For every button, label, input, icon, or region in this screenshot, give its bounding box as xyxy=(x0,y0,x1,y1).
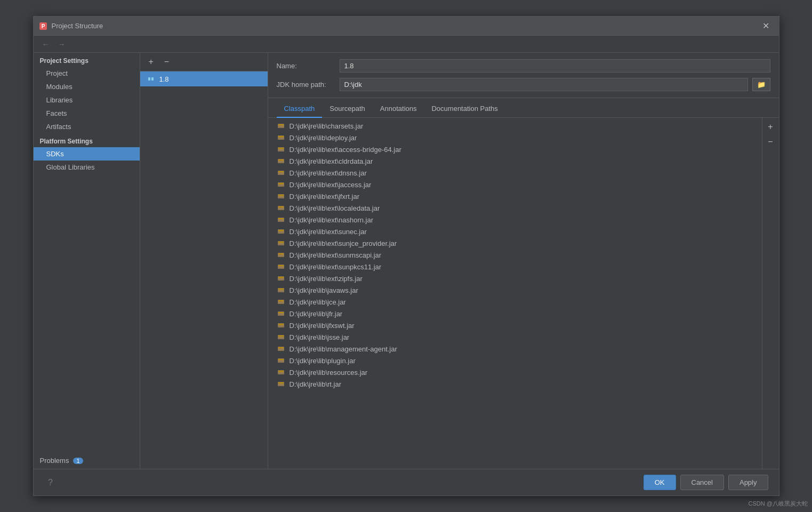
sdk-toolbar: + − xyxy=(140,53,268,71)
jar-icon xyxy=(277,192,285,201)
sdk-item-label: 1.8 xyxy=(159,75,169,83)
jar-icon xyxy=(277,333,285,341)
ok-button[interactable]: OK xyxy=(644,475,676,490)
classpath-list-item[interactable]: D:\jdk\jre\lib\jfr.jar xyxy=(268,308,762,319)
classpath-item-text: D:\jdk\jre\lib\jfxswt.jar xyxy=(290,322,355,330)
tab-documentation-paths[interactable]: Documentation Paths xyxy=(424,100,505,118)
classpath-list-item[interactable]: D:\jdk\jre\lib\ext\jfxrt.jar xyxy=(268,190,762,202)
classpath-list-item[interactable]: D:\jdk\jre\lib\ext\sunmscapi.jar xyxy=(268,249,762,261)
jar-icon xyxy=(277,251,285,259)
classpath-list-item[interactable]: D:\jdk\jre\lib\plugin.jar xyxy=(268,355,762,366)
svg-rect-4 xyxy=(151,77,154,81)
classpath-list-item[interactable]: D:\jdk\jre\lib\ext\sunpkcs11.jar xyxy=(268,261,762,273)
classpath-list-item[interactable]: D:\jdk\jre\lib\ext\sunjce_provider.jar xyxy=(268,237,762,249)
nav-bar: ← → xyxy=(34,36,779,53)
sidebar-item-libraries[interactable]: Libraries xyxy=(34,93,140,107)
sidebar-item-project[interactable]: Project xyxy=(34,67,140,80)
svg-rect-13 xyxy=(278,149,284,150)
detail-header: Name: JDK home path: 📁 xyxy=(268,53,779,98)
classpath-item-text: D:\jdk\jre\lib\javaws.jar xyxy=(290,286,358,294)
classpath-list-item[interactable]: D:\jdk\jre\lib\resources.jar xyxy=(268,366,762,378)
classpath-add-button[interactable]: + xyxy=(763,120,778,134)
classpath-item-text: D:\jdk\jre\lib\ext\cldrdata.jar xyxy=(290,157,373,165)
sidebar-item-global-libraries[interactable]: Global Libraries xyxy=(34,161,140,174)
sidebar-item-problems[interactable]: Problems 1 xyxy=(34,452,140,469)
classpath-content: D:\jdk\jre\lib\charsets.jar D:\jdk\jre\l… xyxy=(268,118,779,469)
footer-buttons: OK Cancel Apply xyxy=(644,475,768,490)
tab-annotations[interactable]: Annotations xyxy=(373,100,424,118)
classpath-list-item[interactable]: D:\jdk\jre\lib\ext\sunec.jar xyxy=(268,226,762,237)
jar-icon xyxy=(277,368,285,377)
sidebar-item-sdks[interactable]: SDKs xyxy=(34,147,140,161)
classpath-item-text: D:\jdk\jre\lib\plugin.jar xyxy=(290,357,356,365)
classpath-item-text: D:\jdk\jre\lib\ext\sunpkcs11.jar xyxy=(290,263,382,271)
classpath-list-item[interactable]: D:\jdk\jre\lib\charsets.jar xyxy=(268,120,762,132)
classpath-list-item[interactable]: D:\jdk\jre\lib\ext\localedata.jar xyxy=(268,202,762,214)
jar-icon xyxy=(277,239,285,247)
classpath-list-item[interactable]: D:\jdk\jre\lib\ext\jaccess.jar xyxy=(268,179,762,190)
name-row: Name: xyxy=(277,59,770,73)
svg-rect-10 xyxy=(278,138,284,138)
svg-rect-49 xyxy=(278,290,284,291)
folder-icon: 📁 xyxy=(757,81,766,89)
svg-rect-31 xyxy=(278,220,284,220)
name-input[interactable] xyxy=(340,59,770,73)
svg-rect-42 xyxy=(278,265,284,266)
jar-icon xyxy=(277,380,285,388)
classpath-item-text: D:\jdk\jre\lib\ext\access-bridge-64.jar xyxy=(290,146,401,154)
svg-rect-51 xyxy=(278,300,284,301)
forward-button[interactable]: → xyxy=(55,39,69,50)
jar-icon xyxy=(277,215,285,224)
classpath-list-item[interactable]: D:\jdk\jre\lib\jce.jar xyxy=(268,296,762,308)
classpath-item-text: D:\jdk\jre\lib\ext\sunjce_provider.jar xyxy=(290,239,397,247)
sidebar-item-facets[interactable]: Facets xyxy=(34,107,140,120)
svg-rect-30 xyxy=(278,218,284,219)
classpath-list-item[interactable]: D:\jdk\jre\lib\deploy.jar xyxy=(268,132,762,143)
problems-label: Problems xyxy=(40,457,69,465)
jar-icon xyxy=(277,227,285,236)
svg-rect-15 xyxy=(278,159,284,161)
sidebar-item-modules[interactable]: Modules xyxy=(34,80,140,93)
help-button[interactable]: ? xyxy=(44,478,57,487)
classpath-list-item[interactable]: D:\jdk\jre\lib\rt.jar xyxy=(268,378,762,390)
sdk-list-item[interactable]: 1.8 xyxy=(140,71,268,86)
svg-rect-48 xyxy=(278,289,284,290)
classpath-list-item[interactable]: D:\jdk\jre\lib\ext\nashorn.jar xyxy=(268,214,762,226)
jdk-path-input[interactable] xyxy=(340,78,748,91)
detail-panel: Name: JDK home path: 📁 Classpath xyxy=(268,53,779,469)
classpath-list-item[interactable]: D:\jdk\jre\lib\management-agent.jar xyxy=(268,343,762,355)
cancel-button[interactable]: Cancel xyxy=(680,475,724,490)
classpath-item-text: D:\jdk\jre\lib\resources.jar xyxy=(290,369,368,377)
sdk-add-button[interactable]: + xyxy=(144,56,158,68)
classpath-list-item[interactable]: D:\jdk\jre\lib\jsse.jar xyxy=(268,331,762,343)
svg-rect-28 xyxy=(278,208,284,209)
jar-icon xyxy=(277,204,285,212)
svg-rect-9 xyxy=(278,136,284,137)
back-button[interactable]: ← xyxy=(39,39,53,50)
browse-button[interactable]: 📁 xyxy=(752,78,770,91)
name-label: Name: xyxy=(277,62,335,70)
jar-icon xyxy=(277,274,285,283)
svg-rect-6 xyxy=(278,124,284,125)
jar-icon xyxy=(277,309,285,318)
classpath-list-item[interactable]: D:\jdk\jre\lib\javaws.jar xyxy=(268,284,762,296)
classpath-list[interactable]: D:\jdk\jre\lib\charsets.jar D:\jdk\jre\l… xyxy=(268,118,762,469)
classpath-list-item[interactable]: D:\jdk\jre\lib\ext\zipfs.jar xyxy=(268,273,762,284)
classpath-list-item[interactable]: D:\jdk\jre\lib\ext\access-bridge-64.jar xyxy=(268,143,762,155)
svg-rect-12 xyxy=(278,148,284,149)
sidebar-item-artifacts[interactable]: Artifacts xyxy=(34,120,140,133)
classpath-list-item[interactable]: D:\jdk\jre\lib\ext\dnsns.jar xyxy=(268,167,762,179)
apply-button[interactable]: Apply xyxy=(728,475,768,490)
classpath-item-text: D:\jdk\jre\lib\deploy.jar xyxy=(290,134,357,142)
jar-icon xyxy=(277,262,285,271)
classpath-list-item[interactable]: D:\jdk\jre\lib\ext\cldrdata.jar xyxy=(268,155,762,167)
classpath-remove-button[interactable]: − xyxy=(763,135,778,149)
sdk-remove-button[interactable]: − xyxy=(160,56,173,68)
tab-classpath[interactable]: Classpath xyxy=(277,100,323,118)
svg-rect-40 xyxy=(278,255,284,255)
close-button[interactable]: ✕ xyxy=(758,19,774,33)
classpath-item-text: D:\jdk\jre\lib\ext\dnsns.jar xyxy=(290,169,367,177)
classpath-list-item[interactable]: D:\jdk\jre\lib\jfxswt.jar xyxy=(268,319,762,331)
tab-sourcepath[interactable]: Sourcepath xyxy=(322,100,373,118)
classpath-item-text: D:\jdk\jre\lib\jfr.jar xyxy=(290,310,343,318)
